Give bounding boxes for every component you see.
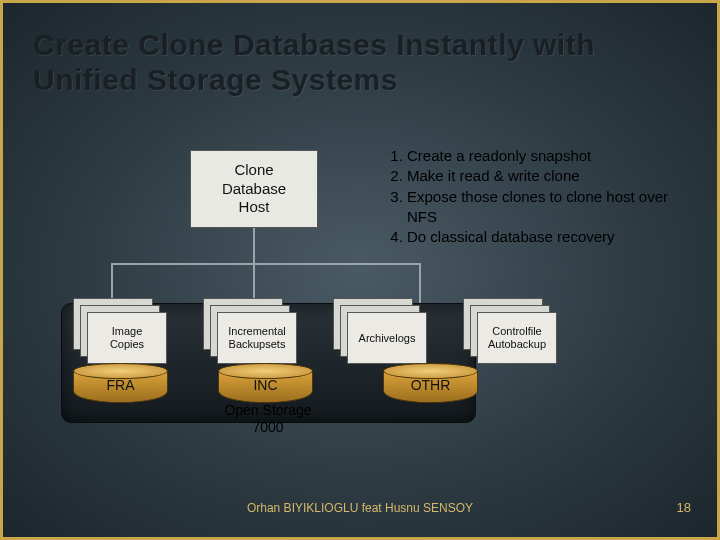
slide: Create Clone Databases Instantly with Un… [0, 0, 720, 540]
clone-host-box: Clone Database Host [190, 150, 318, 228]
page-title: Create Clone Databases Instantly with Un… [33, 27, 687, 98]
connector-line [253, 228, 255, 263]
step-item: Create a readonly snapshot [407, 146, 697, 166]
doc-stack-controlfile-autobackup: Controlfile Autobackup [463, 298, 573, 368]
connector-line [111, 263, 421, 265]
cylinder-othr: OTHR [383, 363, 478, 403]
doc-stack-label: Incremental Backupsets [217, 312, 297, 364]
page-number: 18 [677, 500, 691, 515]
doc-stack-label: Controlfile Autobackup [477, 312, 557, 364]
doc-stack-image-copies: Image Copies [73, 298, 183, 368]
cylinder-label: FRA [73, 377, 168, 393]
doc-stack-label: Archivelogs [347, 312, 427, 364]
doc-stack-archivelogs: Archivelogs [333, 298, 443, 368]
clone-host-label: Clone Database Host [222, 161, 286, 217]
step-item: Expose those clones to clone host over N… [407, 187, 697, 228]
steps-list: Create a readonly snapshot Make it read … [385, 146, 697, 247]
footer-author: Orhan BIYIKLIOGLU feat Husnu SENSOY [3, 501, 717, 515]
cylinder-label: INC [218, 377, 313, 393]
doc-stack-label: Image Copies [87, 312, 167, 364]
cylinder-label: OTHR [383, 377, 478, 393]
doc-stack-incremental-backupsets: Incremental Backupsets [203, 298, 313, 368]
step-item: Do classical database recovery [407, 227, 697, 247]
step-item: Make it read & write clone [407, 166, 697, 186]
storage-appliance-label: Open Storage 7000 [188, 402, 348, 436]
cylinder-inc: INC [218, 363, 313, 403]
cylinder-fra: FRA [73, 363, 168, 403]
